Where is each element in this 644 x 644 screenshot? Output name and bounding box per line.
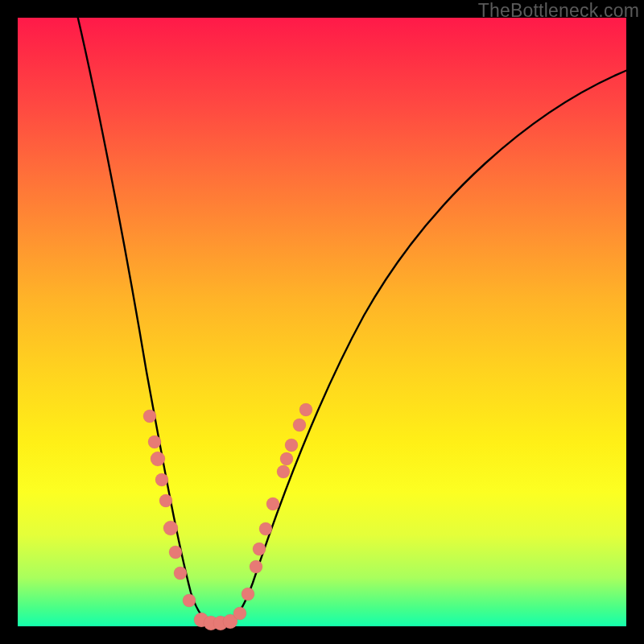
data-point: [183, 594, 196, 607]
data-point: [169, 546, 182, 559]
data-point: [143, 410, 156, 423]
data-point: [250, 560, 262, 573]
chart-svg: [18, 18, 626, 626]
data-point: [253, 543, 266, 555]
watermark-text: TheBottleneck.com: [478, 0, 639, 22]
data-point: [259, 522, 272, 535]
data-point: [299, 403, 312, 416]
data-point: [277, 465, 290, 478]
data-point: [285, 439, 298, 452]
chart-plot-area: [18, 18, 626, 626]
data-point: [174, 567, 187, 580]
data-point: [163, 521, 178, 535]
data-point: [233, 607, 246, 620]
data-point: [155, 473, 168, 486]
data-point: [293, 419, 306, 431]
data-point: [148, 436, 161, 448]
data-point: [151, 452, 165, 466]
bottleneck-v-curve: [74, 2, 638, 624]
data-point: [280, 452, 293, 465]
data-point: [266, 497, 279, 510]
data-point: [242, 588, 254, 601]
data-point: [159, 494, 172, 507]
dots-group: [143, 403, 312, 630]
